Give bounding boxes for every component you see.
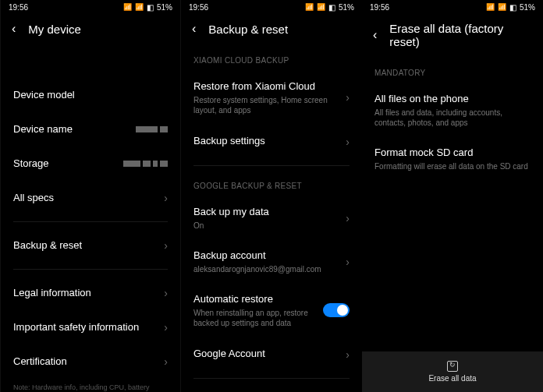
battery-percent: 51% xyxy=(339,3,354,12)
header: ‹ My device xyxy=(1,14,180,47)
row-backup-account[interactable]: Backup account aleksandarognjanovic89@gm… xyxy=(193,240,350,284)
battery-icon: ◧ xyxy=(147,3,154,12)
row-backup-my-data[interactable]: Back up my data On › xyxy=(193,196,350,240)
chevron-right-icon: › xyxy=(164,192,168,204)
erase-all-data-button[interactable]: Erase all data xyxy=(362,351,543,392)
row-storage[interactable]: Storage xyxy=(13,147,168,181)
chevron-right-icon: › xyxy=(346,256,350,268)
wifi-icon: 📶 xyxy=(498,3,506,11)
status-icons: 📶 📶 ◧ 51% xyxy=(123,3,172,12)
chevron-right-icon: › xyxy=(346,212,350,224)
page-title: Erase all data (factory reset) xyxy=(389,22,532,48)
back-icon[interactable]: ‹ xyxy=(12,22,16,36)
header: ‹ Backup & reset xyxy=(181,14,362,47)
chevron-right-icon: › xyxy=(164,355,168,368)
status-time: 19:56 xyxy=(370,3,389,12)
censored-value xyxy=(123,161,168,167)
row-certification[interactable]: Certification › xyxy=(13,344,168,379)
back-icon[interactable]: ‹ xyxy=(192,22,196,36)
status-icons: 📶 📶 ◧ 51% xyxy=(305,3,354,12)
row-format-sd: Format mock SD card Formatting will eras… xyxy=(374,137,531,181)
row-device-name[interactable]: Device name xyxy=(13,112,168,147)
wifi-icon: 📶 xyxy=(135,3,144,11)
status-bar: 19:56 📶 📶 ◧ 51% xyxy=(181,0,362,14)
row-backup-reset[interactable]: Backup & reset › xyxy=(13,228,168,263)
battery-percent: 51% xyxy=(157,3,172,12)
row-restore-xiaomi[interactable]: Restore from Xiaomi Cloud Restore system… xyxy=(193,71,350,125)
section-mandatory: MANDATORY xyxy=(374,59,531,83)
row-device-model[interactable]: Device model xyxy=(13,78,168,112)
chevron-right-icon: › xyxy=(164,239,168,252)
divider xyxy=(13,269,168,270)
content: Device model Device name Storage All spe… xyxy=(1,47,180,392)
chevron-right-icon: › xyxy=(346,91,350,104)
row-legal[interactable]: Legal information › xyxy=(13,276,168,310)
chevron-right-icon: › xyxy=(164,287,168,299)
row-google-account[interactable]: Google Account › xyxy=(193,337,350,372)
status-time: 19:56 xyxy=(189,3,208,12)
back-icon[interactable]: ‹ xyxy=(373,28,377,42)
battery-icon: ◧ xyxy=(509,3,516,12)
divider xyxy=(193,378,350,379)
section-xiaomi: XIAOMI CLOUD BACKUP xyxy=(193,47,350,71)
row-all-specs[interactable]: All specs › xyxy=(13,181,168,215)
battery-icon: ◧ xyxy=(328,3,335,12)
row-automatic-restore[interactable]: Automatic restore When reinstalling an a… xyxy=(193,284,350,337)
screen-my-device: 19:56 📶 📶 ◧ 51% ‹ My device Device model… xyxy=(0,0,181,392)
reset-icon xyxy=(447,361,458,372)
signal-icon: 📶 xyxy=(123,3,132,11)
content: MANDATORY All files on the phone All fil… xyxy=(362,59,543,392)
divider xyxy=(193,165,350,166)
divider xyxy=(13,221,168,222)
signal-icon: 📶 xyxy=(305,3,314,11)
signal-icon: 📶 xyxy=(486,3,495,11)
section-personal: PERSONAL DATA xyxy=(193,385,350,392)
page-title: Backup & reset xyxy=(208,23,351,36)
toggle-automatic-restore[interactable] xyxy=(323,303,350,317)
erase-button-label: Erase all data xyxy=(428,374,476,383)
section-google: GOOGLE BACKUP & RESET xyxy=(193,172,350,196)
wifi-icon: 📶 xyxy=(317,3,325,11)
chevron-right-icon: › xyxy=(164,321,168,334)
chevron-right-icon: › xyxy=(346,348,350,361)
footnote: Note: Hardware info, including CPU, batt… xyxy=(13,379,168,392)
screen-backup-reset: 19:56 📶 📶 ◧ 51% ‹ Backup & reset XIAOMI … xyxy=(181,0,362,392)
status-bar: 19:56 📶 📶 ◧ 51% xyxy=(1,0,180,14)
censored-value xyxy=(136,126,168,132)
screen-erase-all-data: 19:56 📶 📶 ◧ 51% ‹ Erase all data (factor… xyxy=(362,0,543,392)
row-all-files: All files on the phone All files and dat… xyxy=(374,83,531,137)
row-backup-settings[interactable]: Backup settings › xyxy=(193,125,350,159)
status-bar: 19:56 📶 📶 ◧ 51% xyxy=(362,0,543,14)
page-title: My device xyxy=(28,23,169,36)
row-safety[interactable]: Important safety information › xyxy=(13,310,168,344)
status-icons: 📶 📶 ◧ 51% xyxy=(486,3,535,12)
chevron-right-icon: › xyxy=(346,136,350,148)
battery-percent: 51% xyxy=(520,3,535,12)
header: ‹ Erase all data (factory reset) xyxy=(362,14,543,59)
status-time: 19:56 xyxy=(9,3,28,12)
content: XIAOMI CLOUD BACKUP Restore from Xiaomi … xyxy=(181,47,362,392)
